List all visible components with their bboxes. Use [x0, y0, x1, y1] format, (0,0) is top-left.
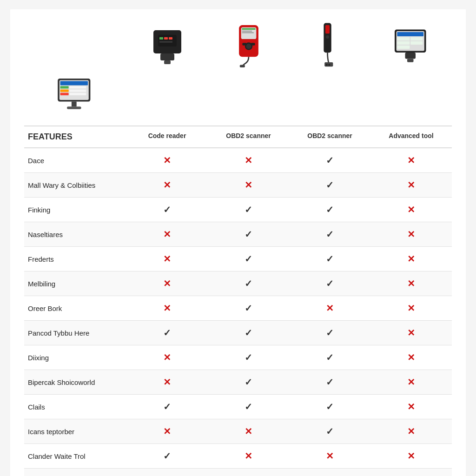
- device-obd2-tablet: [370, 19, 452, 70]
- check-mark: ✓: [289, 395, 370, 419]
- table-row: Clander Waite Trol✓✕✕✕: [24, 444, 452, 469]
- svg-rect-26: [397, 32, 423, 36]
- device-image-obd2-handheld: [225, 19, 272, 70]
- feature-name: Naseltiares: [24, 222, 126, 246]
- table-row: Diixing✕✓✓✕: [24, 345, 452, 370]
- cross-mark: ✕: [126, 173, 208, 197]
- cross-mark: ✕: [208, 419, 289, 443]
- svg-rect-19: [325, 25, 330, 33]
- svg-rect-27: [397, 37, 410, 40]
- check-mark: ✓: [289, 419, 370, 443]
- device-images-row: [24, 19, 452, 121]
- cross-mark: ✕: [370, 345, 452, 370]
- check-mark: ✓: [208, 271, 289, 296]
- svg-rect-28: [410, 37, 423, 40]
- feature-name: Icans teptorber: [24, 419, 126, 443]
- svg-rect-6: [160, 53, 174, 60]
- device-obd2-handheld: [208, 19, 289, 70]
- svg-rect-22: [325, 64, 327, 66]
- cross-mark: ✕: [126, 370, 208, 394]
- svg-rect-44: [67, 106, 81, 109]
- table-row: Cake Rurther✕✕✕✕: [24, 469, 452, 476]
- feature-name: Bipercak Shoicoworld: [24, 370, 126, 394]
- cross-mark: ✕: [370, 370, 452, 394]
- check-mark: ✓: [208, 345, 289, 370]
- svg-rect-1: [158, 35, 177, 46]
- feature-name: Diixing: [24, 345, 126, 370]
- cross-mark: ✕: [126, 271, 208, 296]
- cross-mark: ✕: [370, 444, 452, 468]
- table-row: Frederts✕✓✓✕: [24, 247, 452, 271]
- feature-name: Clails: [24, 395, 126, 419]
- cross-mark: ✕: [126, 296, 208, 320]
- cross-mark: ✕: [208, 173, 289, 197]
- svg-rect-40: [69, 89, 86, 92]
- feature-name: Oreer Bork: [24, 296, 126, 320]
- col-header-obd2-1: OBD2 scanner: [208, 126, 289, 148]
- table-row: Mall Wary & Colbiities✕✕✓✕: [24, 173, 452, 198]
- comparison-table-container: FEATURES Code reader OBD2 scanner OBD2 s…: [10, 9, 466, 476]
- col-header-obd2-2: OBD2 scanner: [289, 126, 370, 148]
- table-header: FEATURES Code reader OBD2 scanner OBD2 s…: [24, 126, 452, 148]
- check-mark: ✓: [208, 222, 289, 246]
- svg-rect-17: [239, 65, 245, 67]
- cross-mark: ✕: [126, 148, 208, 172]
- svg-rect-39: [60, 89, 69, 92]
- cross-mark: ✕: [208, 148, 289, 172]
- check-mark: ✓: [289, 198, 370, 222]
- cross-mark: ✕: [370, 395, 452, 419]
- check-mark: ✓: [289, 173, 370, 197]
- check-mark: ✓: [208, 370, 289, 394]
- check-mark: ✓: [289, 345, 370, 370]
- table-body: Dace✕✕✓✕Mall Wary & Colbiities✕✕✓✕Finkin…: [24, 148, 452, 476]
- cross-mark: ✕: [289, 444, 370, 468]
- feature-name: Dace: [24, 148, 126, 172]
- cross-mark: ✕: [370, 296, 452, 320]
- cross-mark: ✕: [126, 247, 208, 271]
- cross-mark: ✕: [126, 469, 208, 476]
- check-mark: ✓: [289, 222, 370, 246]
- table-row: Pancod Tybbu Here✓✓✓✕: [24, 321, 452, 345]
- feature-name: Clander Waite Trol: [24, 444, 126, 468]
- device-code-reader: [126, 19, 208, 70]
- feature-name: Pancod Tybbu Here: [24, 321, 126, 345]
- cross-mark: ✕: [370, 198, 452, 222]
- col-header-code-reader: Code reader: [126, 126, 208, 148]
- cross-mark: ✕: [370, 148, 452, 172]
- check-mark: ✓: [289, 271, 370, 296]
- check-mark: ✓: [126, 198, 208, 222]
- svg-rect-30: [410, 41, 423, 45]
- svg-rect-43: [72, 102, 77, 107]
- check-mark: ✓: [126, 395, 208, 419]
- svg-rect-5: [159, 41, 172, 43]
- device-image-obd2-tablet: [388, 19, 435, 70]
- check-mark: ✓: [289, 370, 370, 394]
- device-image-obd2-dongle: [307, 19, 353, 70]
- device-image-advanced-monitor: [52, 70, 99, 121]
- svg-rect-31: [397, 46, 410, 49]
- svg-rect-42: [69, 93, 86, 95]
- check-mark: ✓: [289, 321, 370, 345]
- svg-rect-23: [328, 64, 330, 66]
- cross-mark: ✕: [370, 173, 452, 197]
- svg-rect-41: [60, 93, 69, 95]
- svg-rect-4: [169, 37, 172, 40]
- feature-name: Melbiling: [24, 271, 126, 296]
- svg-rect-11: [242, 31, 252, 32]
- features-column-header: FEATURES: [24, 126, 126, 148]
- cross-mark: ✕: [289, 469, 370, 476]
- table-row: Bipercak Shoicoworld✕✓✓✕: [24, 370, 452, 395]
- check-mark: ✓: [126, 321, 208, 345]
- table-row: Dace✕✕✓✕: [24, 148, 452, 173]
- feature-name: Cake Rurther: [24, 469, 126, 476]
- svg-rect-16: [251, 43, 255, 45]
- svg-rect-32: [405, 53, 416, 59]
- svg-rect-2: [159, 37, 163, 40]
- device-obd2-dongle: [289, 19, 370, 70]
- svg-rect-15: [242, 43, 246, 45]
- cross-mark: ✕: [289, 296, 370, 320]
- cross-mark: ✕: [370, 247, 452, 271]
- cross-mark: ✕: [370, 222, 452, 246]
- device-advanced-monitor: [24, 70, 126, 121]
- svg-point-14: [246, 44, 251, 49]
